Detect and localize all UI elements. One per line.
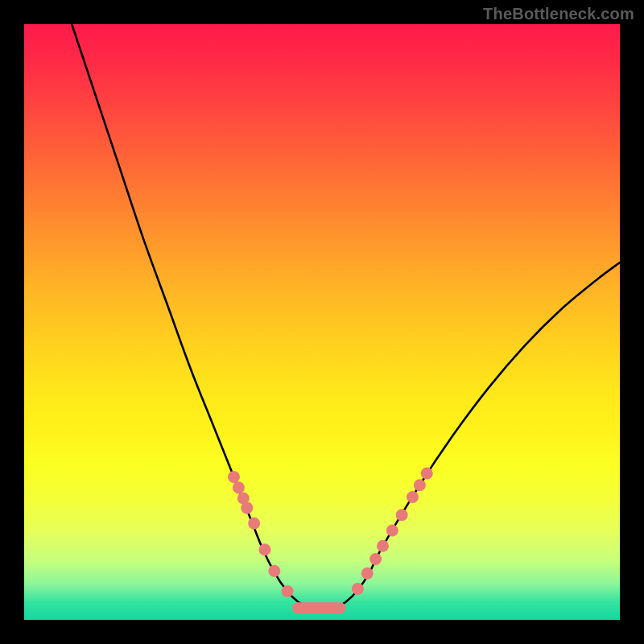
curve-marker [352,583,364,595]
bottleneck-curve [72,24,620,609]
markers-left [228,471,294,597]
plateau-segment [292,602,346,613]
curve-marker [258,543,270,555]
curve-marker [241,502,253,514]
plot-area [24,24,620,620]
curve-marker [233,481,245,493]
curve-marker [396,509,408,521]
curve-marker [228,471,240,483]
curve-marker [407,491,419,503]
curve-marker [361,568,374,580]
markers-right [352,467,433,595]
chart-stage: TheBottleneck.com [0,0,644,644]
curve-marker [377,540,389,552]
curve-layer [72,24,620,609]
curve-marker [421,467,433,479]
curve-marker [268,565,280,577]
curve-marker [369,553,382,565]
curve-marker [414,479,426,491]
plateau-bar [292,602,346,613]
watermark-label: TheBottleneck.com [483,5,634,23]
curve-marker [386,525,398,537]
curve-marker [282,585,294,597]
curve-marker [248,518,260,530]
chart-svg [24,24,620,620]
